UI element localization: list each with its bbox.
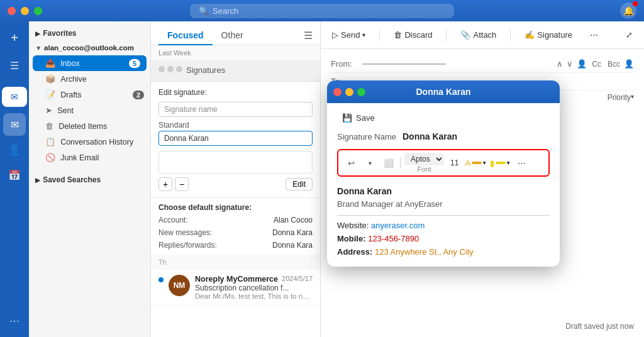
tab-focused[interactable]: Focused (158, 26, 213, 45)
email-date: 2024/5/17 (282, 275, 313, 284)
signature-preview-area[interactable] (158, 151, 313, 174)
filter-icon[interactable]: ☰ (304, 30, 313, 41)
search-input[interactable]: Search (213, 6, 238, 16)
signature-content: Donna Karan Brand Manager at AnyEraser W… (337, 184, 550, 259)
from-down-icon[interactable]: ∨ (567, 59, 573, 69)
remove-sig-button[interactable]: − (175, 177, 189, 191)
email-meta: Noreply MyCommerce 2024/5/17 Subscriptio… (195, 275, 313, 300)
from-up-icon[interactable]: ∧ (557, 59, 563, 69)
close-button[interactable] (8, 7, 16, 15)
sidebar-item-conversation[interactable]: 📋 Conversation History (29, 134, 150, 150)
signature-label: Signature (537, 30, 572, 40)
avatar: NM (169, 275, 190, 296)
discard-label: Discard (404, 30, 432, 40)
main-layout: + ☰ ✉ ✉ 👤 📅 ⋯ ▶ Favorites ▼ alan_cocoo@o… (0, 21, 644, 337)
attach-label: Attach (473, 30, 496, 40)
undo-chevron-icon[interactable]: ▾ (362, 155, 377, 170)
hamburger-button[interactable]: ☰ (3, 54, 26, 77)
sig-name-value: Donna Karan (402, 131, 457, 141)
save-button[interactable]: 💾 Save (337, 111, 550, 125)
new-mail-icon: ✉ (11, 92, 18, 102)
minimize-button[interactable] (21, 7, 29, 15)
new-mail-button[interactable]: ✉ (2, 87, 27, 107)
add-sig-button[interactable]: + (158, 177, 172, 191)
sidebar-item-drafts[interactable]: 📝 Drafts 2 (29, 87, 150, 102)
new-messages-row: New messages: Donna Kara (158, 228, 313, 237)
saved-searches-header[interactable]: ▶ Saved Searches (29, 173, 150, 187)
font-color-chevron-icon[interactable]: ▾ (483, 160, 486, 166)
sidebar-item-people[interactable]: 👤 (3, 138, 26, 161)
highlight-color-button[interactable]: ▮ ▾ (490, 158, 510, 168)
sent-label: Sent (57, 106, 74, 115)
priority-chevron-icon[interactable]: ▾ (631, 93, 634, 102)
replies-row: Replies/forwards: Donna Kara (158, 241, 313, 250)
sig-mobile-row: Mobile: 123-456-7890 (337, 233, 550, 246)
edit-sig-label: Edit signature: (158, 88, 313, 97)
trash-icon: 🗑 (45, 121, 53, 131)
donna-karan-modal: Donna Karan 💾 Save Signature Name Donna … (327, 80, 560, 267)
favorites-header[interactable]: ▶ Favorites (29, 26, 150, 40)
edit-signature-area: Edit signature: Signature name Standard … (151, 82, 320, 197)
copy-button[interactable]: ⬜ (381, 155, 396, 170)
sig-dots (158, 66, 182, 72)
bcc-label[interactable]: Bcc (608, 60, 620, 69)
inbox-label: Inbox (60, 59, 80, 68)
standard-label: Standard (158, 119, 313, 131)
highlight-chevron-icon[interactable]: ▾ (507, 160, 510, 166)
font-color-button[interactable]: A ▾ (465, 158, 486, 168)
edit-sig-button[interactable]: Edit (286, 178, 313, 191)
add-button[interactable]: + (3, 26, 26, 49)
sidebar-item-sent[interactable]: ➤ Sent (29, 102, 150, 118)
signature-button[interactable]: ✍ Signature (521, 28, 576, 42)
modal-minimize-button[interactable] (345, 88, 353, 96)
font-color-swatch (472, 162, 482, 164)
highlight-icon: ▮ (490, 158, 494, 168)
sidebar-item-inbox[interactable]: 📥 Inbox 5 (33, 55, 147, 71)
sidebar-item-junk[interactable]: 🚫 Junk Email (29, 150, 150, 165)
send-button[interactable]: ▷ Send ▾ (328, 28, 369, 42)
attach-button[interactable]: 📎 Attach (457, 28, 500, 42)
inbox-badge: 5 (129, 59, 140, 68)
sidebar-item-archive[interactable]: 📦 Archive (29, 71, 150, 87)
sig-name-label: Signature Name (337, 132, 396, 141)
font-label: Font (418, 165, 431, 173)
modal-maximize-button[interactable] (357, 88, 365, 96)
from-person-icon[interactable]: 👤 (624, 59, 634, 69)
notification-button[interactable]: 🔔 (620, 3, 636, 19)
chevron-right-icon: ▶ (35, 30, 40, 37)
sidebar-item-calendar[interactable]: 📅 (3, 163, 26, 186)
sig-website-row: Website: anyeraser.com (337, 219, 550, 233)
signature-name-value[interactable]: Donna Karan (158, 131, 313, 146)
cc-label[interactable]: Cc (592, 60, 601, 69)
mobile-label: Mobile: (337, 234, 366, 243)
sidebar-item-mail[interactable]: ✉ (3, 113, 26, 136)
more-button[interactable]: ⋯ (586, 28, 602, 42)
more-format-button[interactable]: ⋯ (514, 155, 529, 170)
save-icon: 💾 (342, 113, 352, 123)
send-label: Send (341, 30, 360, 40)
search-bar[interactable]: 🔍 Search (190, 4, 454, 18)
maximize-button[interactable] (34, 7, 42, 15)
tab-other[interactable]: Other (213, 26, 252, 45)
sidebar-item-deleted[interactable]: 🗑 Deleted Items (29, 118, 150, 134)
email-item[interactable]: NM Noreply MyCommerce 2024/5/17 Subscrip… (151, 270, 320, 306)
right-panel: ▷ Send ▾ 🗑 Discard 📎 Attach ✍ Signature … (321, 21, 644, 337)
sig-dot-1 (158, 66, 165, 72)
font-selector[interactable]: Aptos (404, 153, 444, 165)
cc-bcc-area: Cc Bcc (592, 60, 620, 69)
account-header[interactable]: ▼ alan_cocoo@outlook.com (29, 40, 150, 55)
signature-name-input[interactable]: Signature name (158, 102, 313, 117)
undo-button[interactable]: ↩ (343, 155, 358, 170)
window-controls (8, 7, 42, 15)
website-link[interactable]: anyeraser.com (371, 221, 425, 230)
discard-button[interactable]: 🗑 Discard (390, 28, 436, 42)
toolbar-divider-3 (510, 29, 511, 41)
deleted-label: Deleted Items (58, 122, 107, 131)
bell-icon: 🔔 (623, 6, 634, 16)
unread-dot (158, 277, 164, 282)
sig-name-row: Signature Name Donna Karan (337, 131, 550, 141)
from-avatar-icon[interactable]: 👤 (577, 59, 587, 69)
expand-button[interactable]: ⤢ (622, 28, 636, 42)
modal-close-button[interactable] (333, 88, 341, 96)
sidebar-item-more[interactable]: ⋯ (3, 309, 26, 332)
